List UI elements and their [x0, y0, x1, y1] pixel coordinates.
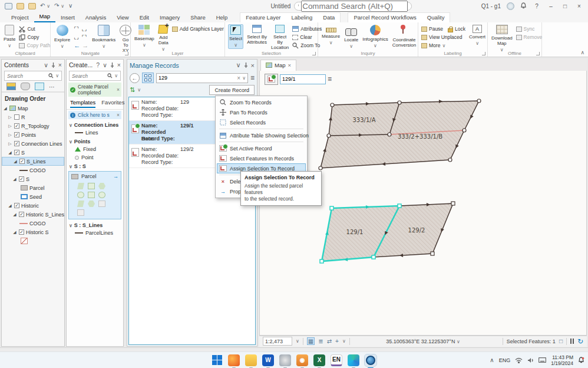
layer-checkbox[interactable]: ✓ — [19, 229, 24, 235]
tab-share[interactable]: Share — [185, 13, 210, 22]
tool-rightangle-icon[interactable] — [98, 183, 105, 189]
template-parcel-lines[interactable]: ParcelLines — [67, 229, 123, 237]
tool-autocomplete-icon[interactable] — [88, 183, 95, 189]
attributes-button[interactable]: Attributes — [292, 25, 322, 32]
record-options-menu-icon[interactable]: ≡ — [328, 75, 332, 83]
photos-icon[interactable]: ◉ — [296, 354, 308, 366]
view-unplaced-button[interactable]: View Unplaced — [421, 34, 465, 41]
collapse-ribbon-icon[interactable]: ∧ — [580, 50, 584, 55]
list-by-selection-icon[interactable] — [35, 83, 44, 90]
menu-item-set-active-record[interactable]: Set Active Record — [217, 143, 306, 153]
list-by-drawing-order-icon[interactable] — [6, 83, 16, 90]
cut-button[interactable]: Cut — [19, 25, 50, 32]
notifications-bell-icon[interactable] — [520, 2, 527, 9]
legend-historic-cogo[interactable]: COGO — [2, 219, 64, 228]
open-project-icon[interactable] — [16, 3, 24, 9]
tab-parcel-record-workflows[interactable]: Parcel Record Workflows — [348, 13, 421, 22]
tab-templates[interactable]: Templates — [70, 99, 95, 108]
chevron-down-icon[interactable]: ∨ — [342, 339, 346, 344]
tool-trace-icon[interactable] — [88, 201, 95, 207]
select-button[interactable]: Select∨ — [228, 24, 243, 49]
download-map-button[interactable]: Download Map∨ — [491, 24, 513, 53]
layer-checkbox[interactable]: ✓ — [14, 132, 19, 137]
edge-icon[interactable] — [348, 354, 359, 366]
tab-feature-layer[interactable]: Feature Layer — [240, 13, 286, 22]
redo-button[interactable]: ↷ ∨ — [54, 3, 64, 9]
expand-icon[interactable]: ◢ — [12, 177, 17, 182]
paint-icon[interactable] — [279, 354, 291, 366]
template-point[interactable]: Point — [67, 153, 123, 162]
select-by-attributes-button[interactable]: Select By Attributes — [246, 24, 267, 45]
tab-data[interactable]: Data — [318, 13, 340, 22]
zoom-extent-icons[interactable]: ⌞⌟ ⌜⌝ — [74, 34, 88, 41]
clear-search-icon[interactable]: × — [237, 75, 240, 81]
tab-analysis[interactable]: Analysis — [80, 13, 111, 22]
menu-item-select-features-in-records[interactable]: Select Features In Records — [217, 153, 306, 163]
infographics-button[interactable]: Infographics∨ — [362, 24, 389, 49]
map-grid-toggle-icon[interactable]: ▦ — [307, 337, 315, 345]
expand-icon[interactable]: ▷ — [8, 142, 12, 146]
add-data-button[interactable]: Add Data∨ — [158, 24, 169, 52]
pin-icon[interactable] — [110, 63, 114, 68]
excel-icon[interactable]: X — [313, 354, 325, 366]
layer-checkbox[interactable]: ✓ — [14, 141, 19, 146]
layer-checkbox[interactable]: ✓ — [14, 123, 19, 129]
more-labeling-button[interactable]: More∨ — [421, 42, 465, 49]
expand-icon[interactable]: ▷ — [8, 124, 12, 129]
tab-map[interactable]: Map — [34, 12, 55, 22]
word-icon[interactable]: W — [262, 354, 274, 366]
go-to-xy-button[interactable]: Go To XY — [119, 24, 132, 54]
coordinate-conversion-button[interactable]: Coordinate Conversion — [392, 24, 417, 48]
menu-item-pan-to-records[interactable]: Pan To Records — [217, 107, 306, 117]
legend-parcel[interactable]: Parcel — [2, 183, 64, 192]
list-toggle-icon[interactable]: ≣ — [318, 338, 323, 344]
expand-icon[interactable]: ▷ — [8, 115, 12, 120]
layer-checkbox[interactable] — [14, 114, 19, 120]
undo-button[interactable]: ↶ ∨ — [40, 3, 50, 9]
record-search[interactable]: × ∨ — [156, 73, 248, 83]
create-search-input[interactable] — [72, 73, 105, 79]
command-search[interactable] — [294, 2, 412, 11]
selection-dialog-launcher-icon[interactable] — [312, 52, 316, 55]
layer-checkbox[interactable]: ✓ — [19, 159, 25, 164]
refresh-icon[interactable]: ↻ — [577, 337, 583, 346]
expand-icon[interactable]: ◢ — [12, 212, 17, 217]
pin-icon[interactable] — [51, 63, 55, 68]
command-search-input[interactable] — [301, 1, 408, 12]
layer-checkbox[interactable]: ✓ — [14, 150, 19, 155]
clear-selection-button[interactable]: Clear — [292, 34, 322, 41]
layer-r-topology[interactable]: ▷ ✓R_Topology — [2, 121, 64, 130]
chevron-down-icon[interactable]: ∨ — [114, 73, 118, 78]
layer-s[interactable]: ◢ ✓S — [2, 148, 64, 157]
record-search-input[interactable] — [158, 75, 235, 81]
contents-search[interactable]: ∨ — [4, 71, 62, 81]
close-icon[interactable]: × — [117, 87, 120, 93]
navigate-dialog-launcher-icon[interactable] — [125, 52, 128, 55]
next-extent-icon[interactable]: → — [82, 42, 88, 49]
expand-icon[interactable]: ▷ — [8, 133, 12, 137]
sort-icon[interactable]: ⇅ — [130, 86, 135, 94]
tool-circle-icon[interactable] — [77, 192, 84, 198]
paste-button[interactable]: Paste∨ — [3, 24, 16, 49]
pause-labeling-button[interactable]: Pause — [421, 25, 443, 32]
create-record-button[interactable]: Create Record — [209, 85, 255, 95]
chevron-down-icon[interactable]: ∨ — [236, 61, 241, 69]
tab-quality[interactable]: Quality — [422, 13, 450, 22]
scale-dropdown[interactable]: 1:2,473 — [263, 337, 292, 346]
map-view-tab[interactable]: Map × — [260, 60, 296, 71]
previous-extent-icon[interactable]: ← — [74, 42, 80, 49]
scale-chevron-icon[interactable]: ∨ — [296, 339, 299, 344]
tab-imagery[interactable]: Imagery — [154, 13, 185, 22]
clock[interactable]: 11:43 PM 1/19/2024 — [551, 354, 573, 366]
layer-r[interactable]: ▷ R — [2, 113, 64, 121]
menu-item-attribute-table[interactable]: Attribute Table Showing Selection — [217, 130, 306, 140]
measure-button[interactable]: Measure∨ — [321, 24, 341, 46]
offline-dialog-launcher-icon[interactable] — [536, 52, 540, 55]
close-icon[interactable]: × — [58, 61, 62, 68]
firefox-icon[interactable] — [228, 354, 240, 366]
group-s-s-lines[interactable]: ∨S : S_Lines — [67, 221, 123, 229]
swap-icon[interactable]: ⇄ — [327, 338, 332, 344]
create-search[interactable]: ∨ — [69, 71, 121, 81]
active-record-input[interactable] — [280, 74, 326, 84]
layer-checkbox[interactable]: ✓ — [19, 176, 24, 182]
